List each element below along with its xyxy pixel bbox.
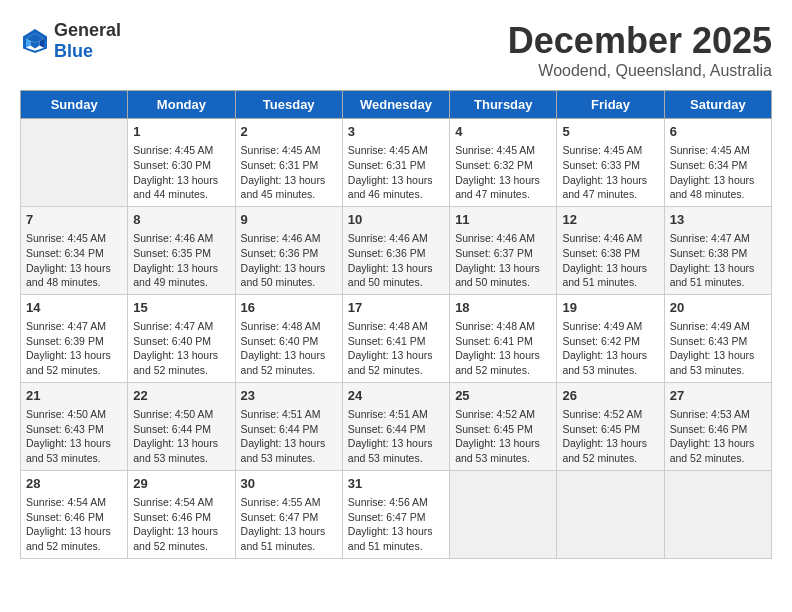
day-number: 8 <box>133 211 229 229</box>
day-number: 5 <box>562 123 658 141</box>
day-number: 20 <box>670 299 766 317</box>
day-number: 28 <box>26 475 122 493</box>
cell-content: Sunrise: 4:48 AM Sunset: 6:40 PM Dayligh… <box>241 319 337 378</box>
day-number: 22 <box>133 387 229 405</box>
calendar-cell: 6Sunrise: 4:45 AM Sunset: 6:34 PM Daylig… <box>664 119 771 207</box>
calendar-cell: 14Sunrise: 4:47 AM Sunset: 6:39 PM Dayli… <box>21 294 128 382</box>
calendar-cell: 15Sunrise: 4:47 AM Sunset: 6:40 PM Dayli… <box>128 294 235 382</box>
cell-content: Sunrise: 4:47 AM Sunset: 6:39 PM Dayligh… <box>26 319 122 378</box>
calendar-cell <box>557 470 664 558</box>
day-number: 21 <box>26 387 122 405</box>
logo: General Blue <box>20 20 121 62</box>
day-number: 9 <box>241 211 337 229</box>
day-header-saturday: Saturday <box>664 91 771 119</box>
cell-content: Sunrise: 4:45 AM Sunset: 6:31 PM Dayligh… <box>348 143 444 202</box>
calendar-cell: 1Sunrise: 4:45 AM Sunset: 6:30 PM Daylig… <box>128 119 235 207</box>
cell-content: Sunrise: 4:46 AM Sunset: 6:38 PM Dayligh… <box>562 231 658 290</box>
calendar-cell: 28Sunrise: 4:54 AM Sunset: 6:46 PM Dayli… <box>21 470 128 558</box>
day-number: 10 <box>348 211 444 229</box>
day-number: 11 <box>455 211 551 229</box>
cell-content: Sunrise: 4:45 AM Sunset: 6:31 PM Dayligh… <box>241 143 337 202</box>
calendar-cell <box>450 470 557 558</box>
cell-content: Sunrise: 4:56 AM Sunset: 6:47 PM Dayligh… <box>348 495 444 554</box>
day-header-friday: Friday <box>557 91 664 119</box>
day-number: 17 <box>348 299 444 317</box>
cell-content: Sunrise: 4:48 AM Sunset: 6:41 PM Dayligh… <box>348 319 444 378</box>
calendar-cell: 21Sunrise: 4:50 AM Sunset: 6:43 PM Dayli… <box>21 382 128 470</box>
calendar-cell: 25Sunrise: 4:52 AM Sunset: 6:45 PM Dayli… <box>450 382 557 470</box>
cell-content: Sunrise: 4:46 AM Sunset: 6:36 PM Dayligh… <box>241 231 337 290</box>
cell-content: Sunrise: 4:51 AM Sunset: 6:44 PM Dayligh… <box>241 407 337 466</box>
day-number: 19 <box>562 299 658 317</box>
cell-content: Sunrise: 4:50 AM Sunset: 6:43 PM Dayligh… <box>26 407 122 466</box>
day-header-thursday: Thursday <box>450 91 557 119</box>
calendar-week-5: 28Sunrise: 4:54 AM Sunset: 6:46 PM Dayli… <box>21 470 772 558</box>
location-title: Woodend, Queensland, Australia <box>508 62 772 80</box>
day-number: 2 <box>241 123 337 141</box>
month-title: December 2025 <box>508 20 772 62</box>
calendar-week-3: 14Sunrise: 4:47 AM Sunset: 6:39 PM Dayli… <box>21 294 772 382</box>
calendar-cell: 18Sunrise: 4:48 AM Sunset: 6:41 PM Dayli… <box>450 294 557 382</box>
calendar-week-2: 7Sunrise: 4:45 AM Sunset: 6:34 PM Daylig… <box>21 206 772 294</box>
calendar-cell: 4Sunrise: 4:45 AM Sunset: 6:32 PM Daylig… <box>450 119 557 207</box>
calendar-cell: 8Sunrise: 4:46 AM Sunset: 6:35 PM Daylig… <box>128 206 235 294</box>
calendar-cell: 12Sunrise: 4:46 AM Sunset: 6:38 PM Dayli… <box>557 206 664 294</box>
cell-content: Sunrise: 4:53 AM Sunset: 6:46 PM Dayligh… <box>670 407 766 466</box>
cell-content: Sunrise: 4:54 AM Sunset: 6:46 PM Dayligh… <box>133 495 229 554</box>
day-number: 18 <box>455 299 551 317</box>
cell-content: Sunrise: 4:46 AM Sunset: 6:35 PM Dayligh… <box>133 231 229 290</box>
day-number: 15 <box>133 299 229 317</box>
calendar-cell: 9Sunrise: 4:46 AM Sunset: 6:36 PM Daylig… <box>235 206 342 294</box>
cell-content: Sunrise: 4:46 AM Sunset: 6:36 PM Dayligh… <box>348 231 444 290</box>
day-number: 14 <box>26 299 122 317</box>
day-number: 16 <box>241 299 337 317</box>
cell-content: Sunrise: 4:48 AM Sunset: 6:41 PM Dayligh… <box>455 319 551 378</box>
cell-content: Sunrise: 4:49 AM Sunset: 6:43 PM Dayligh… <box>670 319 766 378</box>
calendar-cell: 30Sunrise: 4:55 AM Sunset: 6:47 PM Dayli… <box>235 470 342 558</box>
cell-content: Sunrise: 4:45 AM Sunset: 6:34 PM Dayligh… <box>670 143 766 202</box>
calendar-cell: 2Sunrise: 4:45 AM Sunset: 6:31 PM Daylig… <box>235 119 342 207</box>
calendar-cell: 17Sunrise: 4:48 AM Sunset: 6:41 PM Dayli… <box>342 294 449 382</box>
calendar-cell: 7Sunrise: 4:45 AM Sunset: 6:34 PM Daylig… <box>21 206 128 294</box>
day-number: 24 <box>348 387 444 405</box>
cell-content: Sunrise: 4:45 AM Sunset: 6:32 PM Dayligh… <box>455 143 551 202</box>
calendar-week-1: 1Sunrise: 4:45 AM Sunset: 6:30 PM Daylig… <box>21 119 772 207</box>
day-header-sunday: Sunday <box>21 91 128 119</box>
calendar-cell: 29Sunrise: 4:54 AM Sunset: 6:46 PM Dayli… <box>128 470 235 558</box>
day-number: 27 <box>670 387 766 405</box>
calendar-body: 1Sunrise: 4:45 AM Sunset: 6:30 PM Daylig… <box>21 119 772 559</box>
day-number: 31 <box>348 475 444 493</box>
calendar-cell: 11Sunrise: 4:46 AM Sunset: 6:37 PM Dayli… <box>450 206 557 294</box>
logo-blue-text: Blue <box>54 41 93 61</box>
day-number: 25 <box>455 387 551 405</box>
cell-content: Sunrise: 4:45 AM Sunset: 6:34 PM Dayligh… <box>26 231 122 290</box>
calendar-week-4: 21Sunrise: 4:50 AM Sunset: 6:43 PM Dayli… <box>21 382 772 470</box>
day-number: 29 <box>133 475 229 493</box>
cell-content: Sunrise: 4:50 AM Sunset: 6:44 PM Dayligh… <box>133 407 229 466</box>
day-number: 13 <box>670 211 766 229</box>
calendar-cell: 10Sunrise: 4:46 AM Sunset: 6:36 PM Dayli… <box>342 206 449 294</box>
calendar-cell: 23Sunrise: 4:51 AM Sunset: 6:44 PM Dayli… <box>235 382 342 470</box>
calendar-cell: 3Sunrise: 4:45 AM Sunset: 6:31 PM Daylig… <box>342 119 449 207</box>
day-number: 6 <box>670 123 766 141</box>
cell-content: Sunrise: 4:47 AM Sunset: 6:40 PM Dayligh… <box>133 319 229 378</box>
day-number: 26 <box>562 387 658 405</box>
cell-content: Sunrise: 4:52 AM Sunset: 6:45 PM Dayligh… <box>562 407 658 466</box>
calendar-header-row: SundayMondayTuesdayWednesdayThursdayFrid… <box>21 91 772 119</box>
cell-content: Sunrise: 4:51 AM Sunset: 6:44 PM Dayligh… <box>348 407 444 466</box>
cell-content: Sunrise: 4:45 AM Sunset: 6:33 PM Dayligh… <box>562 143 658 202</box>
day-header-tuesday: Tuesday <box>235 91 342 119</box>
calendar-cell: 5Sunrise: 4:45 AM Sunset: 6:33 PM Daylig… <box>557 119 664 207</box>
cell-content: Sunrise: 4:52 AM Sunset: 6:45 PM Dayligh… <box>455 407 551 466</box>
day-header-wednesday: Wednesday <box>342 91 449 119</box>
calendar-cell: 27Sunrise: 4:53 AM Sunset: 6:46 PM Dayli… <box>664 382 771 470</box>
page-header: General Blue December 2025 Woodend, Quee… <box>20 20 772 80</box>
title-area: December 2025 Woodend, Queensland, Austr… <box>508 20 772 80</box>
calendar-cell: 26Sunrise: 4:52 AM Sunset: 6:45 PM Dayli… <box>557 382 664 470</box>
calendar-table: SundayMondayTuesdayWednesdayThursdayFrid… <box>20 90 772 559</box>
calendar-cell: 19Sunrise: 4:49 AM Sunset: 6:42 PM Dayli… <box>557 294 664 382</box>
calendar-cell: 20Sunrise: 4:49 AM Sunset: 6:43 PM Dayli… <box>664 294 771 382</box>
day-number: 7 <box>26 211 122 229</box>
day-number: 3 <box>348 123 444 141</box>
logo-text: General Blue <box>54 20 121 62</box>
